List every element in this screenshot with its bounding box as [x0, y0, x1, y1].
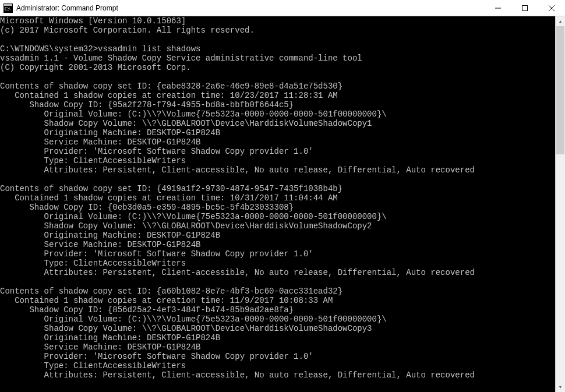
console-line: vssadmin 1.1 - Volume Shadow Copy Servic… — [0, 54, 555, 63]
close-button[interactable] — [538, 0, 565, 16]
console-line: Type: ClientAccessibleWriters — [0, 156, 555, 165]
console-line: Originating Machine: DESKTOP-G1P824B — [0, 231, 555, 240]
console-line: Service Machine: DESKTOP-G1P824B — [0, 342, 555, 352]
console-line: Provider: 'Microsoft Software Shadow Cop… — [0, 352, 555, 361]
console-line: Type: ClientAccessibleWriters — [0, 259, 555, 268]
window-titlebar: C:\ Administrator: Command Prompt — [0, 0, 565, 16]
console-line: Attributes: Persistent, Client-accessibl… — [0, 165, 555, 175]
console-line: Service Machine: DESKTOP-G1P824B — [0, 137, 555, 147]
svg-rect-4 — [522, 5, 528, 10]
console-line: Type: ClientAccessibleWriters — [0, 361, 555, 370]
console-line: (c) 2017 Microsoft Corporation. All righ… — [0, 26, 555, 35]
console-output[interactable]: Microsoft Windows [Version 10.0.15063](c… — [0, 16, 555, 392]
console-line: Provider: 'Microsoft Software Shadow Cop… — [0, 249, 555, 259]
console-line: Provider: 'Microsoft Software Shadow Cop… — [0, 147, 555, 156]
console-line: Contents of shadow copy set ID: {eabe832… — [0, 82, 555, 91]
console-line — [0, 175, 555, 184]
console-line: Shadow Copy ID: {95a2f278-f794-4955-bd8a… — [0, 100, 555, 110]
console-line: Shadow Copy Volume: \\?\GLOBALROOT\Devic… — [0, 221, 555, 231]
scroll-up-button[interactable]: ▲ — [556, 16, 565, 26]
console-line — [0, 380, 555, 389]
console-line: Contained 1 shadow copies at creation ti… — [0, 296, 555, 305]
maximize-button[interactable] — [511, 0, 538, 16]
console-line: Shadow Copy Volume: \\?\GLOBALROOT\Devic… — [0, 324, 555, 333]
minimize-button[interactable] — [485, 0, 511, 16]
console-line: Microsoft Windows [Version 10.0.15063] — [0, 16, 555, 26]
vertical-scrollbar[interactable]: ▲ ▼ — [555, 16, 565, 392]
console-line: Originating Machine: DESKTOP-G1P824B — [0, 128, 555, 137]
console-line: Contents of shadow copy set ID: {a60b108… — [0, 287, 555, 296]
scrollbar-thumb[interactable] — [556, 26, 564, 154]
console-wrapper: Microsoft Windows [Version 10.0.15063](c… — [0, 16, 565, 392]
window-title: Administrator: Command Prompt — [16, 4, 485, 12]
console-line: Shadow Copy ID: {856d25a2-4ef3-484f-b474… — [0, 305, 555, 315]
scrollbar-track[interactable] — [556, 26, 565, 382]
console-line: Attributes: Persistent, Client-accessibl… — [0, 268, 555, 277]
console-line: Contents of shadow copy set ID: {4919a1f… — [0, 184, 555, 193]
console-line: Contained 1 shadow copies at creation ti… — [0, 193, 555, 203]
console-line: (C) Copyright 2001-2013 Microsoft Corp. — [0, 63, 555, 72]
window-controls — [485, 0, 565, 16]
svg-text:C:\: C:\ — [5, 6, 11, 12]
console-line: C:\WINDOWS\system32>vssadmin list shadow… — [0, 44, 555, 54]
console-line: Shadow Copy ID: {0eb3d0a5-e359-4895-bc5c… — [0, 203, 555, 212]
console-line: Shadow Copy Volume: \\?\GLOBALROOT\Devic… — [0, 119, 555, 128]
scroll-down-button[interactable]: ▼ — [556, 382, 565, 392]
console-line: Originating Machine: DESKTOP-G1P824B — [0, 333, 555, 342]
console-line — [0, 72, 555, 82]
console-line: Original Volume: (C:)\\?\Volume{75e5323a… — [0, 315, 555, 324]
svg-rect-1 — [4, 4, 12, 6]
console-line: Original Volume: (C:)\\?\Volume{75e5323a… — [0, 110, 555, 119]
console-line: Contained 1 shadow copies at creation ti… — [0, 91, 555, 100]
console-line: Attributes: Persistent, Client-accessibl… — [0, 370, 555, 380]
cmd-icon: C:\ — [3, 3, 13, 13]
console-line — [0, 35, 555, 44]
console-line: Service Machine: DESKTOP-G1P824B — [0, 240, 555, 249]
console-line — [0, 277, 555, 287]
console-line: Original Volume: (C:)\\?\Volume{75e5323a… — [0, 212, 555, 221]
